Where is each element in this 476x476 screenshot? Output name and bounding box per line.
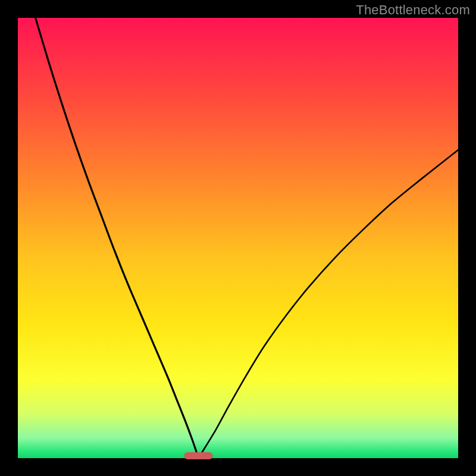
- bottleneck-chart: [0, 0, 476, 476]
- chart-frame: TheBottleneck.com: [0, 0, 476, 476]
- optimum-marker: [184, 452, 212, 459]
- plot-background: [18, 18, 458, 458]
- watermark-text: TheBottleneck.com: [356, 2, 470, 18]
